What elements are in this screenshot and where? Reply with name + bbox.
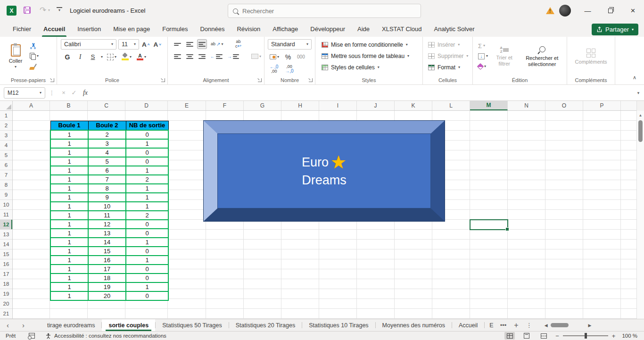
dialog-launcher-icon[interactable] (258, 78, 262, 82)
redo-chevron-icon[interactable]: ▾ (48, 8, 50, 12)
row-header-21[interactable]: 21 (0, 309, 12, 319)
table-cell[interactable]: 17 (88, 265, 126, 274)
formula-input[interactable] (91, 85, 633, 100)
ribbon-tab-insertion[interactable]: Insertion (71, 21, 107, 37)
sheet-tab-sortie-couples[interactable]: sortie couples (102, 319, 155, 331)
zoom-slider-thumb[interactable] (585, 333, 587, 339)
row-header-19[interactable]: 19 (0, 289, 12, 299)
table-cell[interactable]: 1 (126, 166, 168, 175)
delete-cells-button[interactable]: Supprimer▾ (427, 50, 471, 62)
sheet-nav-left-icon[interactable]: ‹ (0, 319, 16, 331)
table-cell[interactable]: 7 (88, 175, 126, 184)
column-header-E[interactable]: E (168, 101, 206, 110)
macro-record-icon[interactable] (29, 333, 35, 339)
percent-style-button[interactable]: % (283, 52, 293, 62)
align-right-button[interactable] (197, 51, 206, 61)
dialog-launcher-icon[interactable] (161, 78, 165, 82)
accessibility-status[interactable]: Accessibilité : consultez nos recommanda… (45, 333, 166, 339)
table-cell[interactable]: 9 (88, 193, 126, 202)
sheet-tab-statistiques-20-tirages[interactable]: Statistiques 20 Tirages (229, 319, 302, 331)
enter-icon[interactable]: ✓ (69, 89, 79, 96)
table-cell[interactable]: 1 (50, 157, 88, 166)
align-left-button[interactable] (173, 51, 182, 61)
search-input[interactable] (242, 8, 416, 15)
table-cell[interactable]: 1 (126, 184, 168, 193)
column-header-O[interactable]: O (545, 101, 583, 110)
table-cell[interactable]: 1 (50, 265, 88, 274)
table-cell[interactable]: 1 (50, 211, 88, 220)
name-box-splitter[interactable]: ⋮ (49, 90, 55, 96)
vertical-scrollbar[interactable]: ▲ (636, 111, 644, 319)
sheet-tab-statistiques-50-tirages[interactable]: Statistiques 50 Tirages (156, 319, 228, 331)
search-box[interactable] (228, 4, 421, 18)
table-cell[interactable]: 0 (126, 220, 168, 229)
horizontal-scroll-thumb[interactable] (551, 323, 569, 327)
decrease-decimal-button[interactable]: ,00→,0 (284, 64, 294, 74)
row-header-15[interactable]: 15 (0, 249, 12, 259)
column-header-A[interactable]: A (13, 101, 50, 110)
ribbon-tab-affichage[interactable]: Affichage (266, 21, 304, 37)
ribbon-tab-xlstat-cloud[interactable]: XLSTAT Cloud (376, 21, 428, 37)
table-cell[interactable]: 1 (50, 184, 88, 193)
row-header-2[interactable]: 2 (0, 121, 12, 131)
table-cell[interactable]: 18 (88, 274, 126, 282)
table-cell[interactable]: 12 (88, 220, 126, 229)
number-format-select[interactable]: Standard▾ (268, 39, 312, 50)
table-cell[interactable]: 1 (126, 238, 168, 247)
table-cell[interactable]: 0 (126, 157, 168, 166)
table-cell[interactable]: 1 (50, 238, 88, 247)
page-layout-view-button[interactable] (521, 332, 532, 340)
table-cell[interactable]: 1 (50, 256, 88, 265)
normal-view-button[interactable] (504, 332, 515, 340)
eurodreams-shape-button[interactable]: Euro★ Dreams (204, 121, 445, 221)
table-cell[interactable]: 0 (126, 291, 168, 300)
table-cell[interactable]: 16 (88, 256, 126, 265)
sheet-tab-moyennes-des-num-ros[interactable]: Moyennes des numéros (376, 319, 452, 331)
horizontal-scrollbar[interactable]: ◀ ▶ (541, 319, 595, 331)
copy-button[interactable]: ▾ (28, 51, 40, 61)
ribbon-tab-aide[interactable]: Aide (351, 21, 376, 37)
ribbon-tab-analytic-solver[interactable]: Analytic Solver (428, 21, 481, 37)
new-sheet-button[interactable]: + (510, 321, 522, 330)
align-top-button[interactable] (173, 39, 182, 49)
ribbon-tab-accueil[interactable]: Accueil (37, 21, 71, 37)
ribbon-tab-d-veloppeur[interactable]: Développeur (304, 21, 351, 37)
table-cell[interactable]: 6 (88, 166, 126, 175)
collapse-ribbon-button[interactable]: ∧ (633, 75, 636, 81)
format-as-table-button[interactable]: Mettre sous forme de tableau▾ (320, 50, 421, 62)
table-cell[interactable]: 1 (126, 282, 168, 291)
increase-font-button[interactable]: A˄ (141, 40, 150, 50)
column-header-B[interactable]: B (50, 101, 88, 110)
table-cell[interactable]: 1 (50, 130, 88, 139)
row-header-7[interactable]: 7 (0, 170, 12, 180)
table-cell[interactable]: 1 (126, 139, 168, 148)
table-cell[interactable]: 0 (126, 148, 168, 157)
table-cell[interactable]: 15 (88, 247, 126, 256)
table-cell[interactable]: 1 (50, 175, 88, 184)
sheet-tab-accueil[interactable]: Accueil (452, 319, 484, 331)
find-select-button[interactable]: Rechercher et sélectionner (519, 39, 565, 74)
ribbon-tab-fichier[interactable]: Fichier (7, 21, 37, 37)
table-cell[interactable]: 10 (88, 202, 126, 211)
sheet-tab-statistiques-10-tirages[interactable]: Statistiques 10 Tirages (302, 319, 375, 331)
column-header-H[interactable]: H (281, 101, 319, 110)
table-header-boule-1[interactable]: Boule 1 (50, 121, 88, 130)
table-cell[interactable]: 0 (126, 229, 168, 238)
sheet-tab-tirage-eurodreams[interactable]: tirage eurodreams (41, 319, 101, 331)
table-cell[interactable]: 1 (50, 291, 88, 300)
tab-splitter-icon[interactable]: ⋮ (522, 322, 536, 329)
cells-area[interactable]: Boule 1Boule 2NB de sortie 1201311401501… (13, 111, 636, 319)
scroll-up-icon[interactable]: ▲ (637, 111, 644, 117)
close-button[interactable]: × (622, 0, 644, 21)
addins-button[interactable]: Compléments (580, 39, 602, 74)
sheet-tab-e[interactable]: E (485, 319, 496, 331)
table-cell[interactable]: 1 (126, 256, 168, 265)
table-cell[interactable]: 13 (88, 229, 126, 238)
share-button[interactable]: Partager ▾ (592, 24, 638, 35)
wrap-text-button[interactable]: abc↩ (233, 39, 243, 49)
ribbon-tab-mise-en-page[interactable]: Mise en page (107, 21, 156, 37)
bold-button[interactable]: G (63, 52, 72, 62)
row-header-16[interactable]: 16 (0, 259, 12, 269)
paste-button[interactable]: Coller ▾ (5, 39, 26, 74)
row-header-14[interactable]: 14 (0, 240, 12, 249)
